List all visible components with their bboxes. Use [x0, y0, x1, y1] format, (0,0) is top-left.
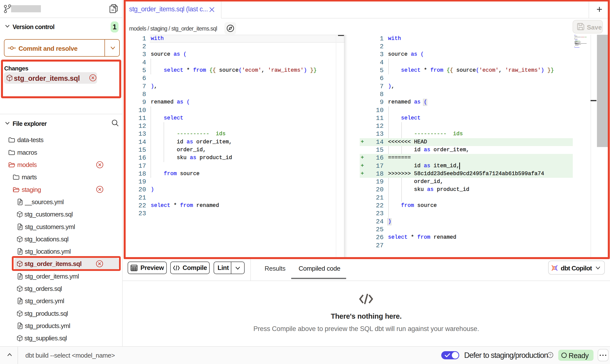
svg-text:?: ? [549, 353, 551, 357]
